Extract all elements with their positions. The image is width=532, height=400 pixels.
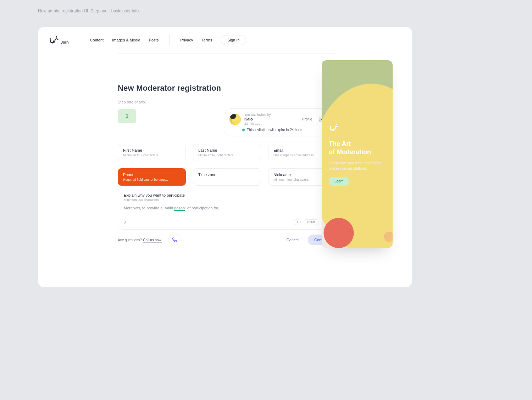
svg-point-0 bbox=[56, 36, 57, 38]
nav-posts[interactable]: Posts bbox=[149, 38, 159, 42]
timezone-field[interactable]: Time zone bbox=[193, 168, 261, 186]
fields-grid: First Name Minimum four characters Last … bbox=[118, 144, 336, 186]
nav-divider bbox=[169, 35, 170, 45]
invite-timestamp: 23 min ago bbox=[244, 122, 271, 126]
explain-textarea[interactable]: Explain why you want to participate Mini… bbox=[118, 188, 336, 230]
explain-footer: 0 I HTML B bbox=[124, 219, 330, 225]
promo-card: The Art of Moderation Learn more about t… bbox=[322, 60, 393, 248]
first-name-label: First Name bbox=[123, 148, 181, 152]
phone-icon-button[interactable] bbox=[168, 234, 181, 246]
timezone-label: Time zone bbox=[198, 173, 256, 177]
header-rule bbox=[118, 53, 336, 53]
promo-learn-button[interactable]: Learn bbox=[329, 177, 349, 186]
invite-by: You was invited by bbox=[244, 113, 271, 117]
explain-text-after: " of participation for... bbox=[185, 206, 221, 210]
nav-content[interactable]: Content bbox=[90, 38, 104, 42]
first-name-field[interactable]: First Name Minimum four characters bbox=[118, 144, 186, 161]
promo-desc: Learn more about the moderation process … bbox=[329, 161, 387, 171]
promo-title-l2: of Moderation bbox=[329, 148, 371, 156]
svg-point-1 bbox=[336, 124, 337, 125]
brand-label: Join bbox=[61, 40, 69, 44]
promo-title-l1: The Art bbox=[329, 140, 351, 147]
explain-text-before: Moreover, to provide a "valid bbox=[124, 206, 174, 210]
call-us-link[interactable]: Call us now. bbox=[143, 238, 162, 243]
nav-terms[interactable]: Terms bbox=[201, 38, 212, 42]
invite-expire: This invitation will expire in 24 hour. bbox=[242, 128, 329, 132]
main-area: New Moderator registration Step one of t… bbox=[118, 84, 336, 123]
questions-text: Any questions? Call us now. bbox=[118, 238, 162, 242]
nav-images-media[interactable]: Images & Media bbox=[112, 38, 140, 42]
cancel-button[interactable]: Cancel bbox=[282, 235, 304, 245]
format-html-chip[interactable]: HTML bbox=[304, 219, 319, 225]
invite-top: You was invited by Kalo 23 min ago Profi… bbox=[229, 113, 329, 126]
phone-field[interactable]: Phone Required field cannot be empty. bbox=[118, 168, 186, 186]
explain-hint: Minimum 200 characters bbox=[124, 198, 330, 202]
last-name-hint: Minimum four characters bbox=[198, 153, 256, 157]
explain-typo: riason bbox=[174, 206, 185, 211]
status-dot-icon bbox=[242, 129, 245, 131]
inviter-name: Kalo bbox=[244, 117, 271, 122]
brand-icon bbox=[49, 35, 59, 45]
step-badge: 1 bbox=[118, 109, 136, 123]
phone-hint: Required field cannot be empty. bbox=[123, 178, 181, 181]
phone-icon bbox=[172, 237, 177, 242]
invite-expire-text: This invitation will expire in 24 hour. bbox=[247, 128, 303, 132]
promo-content: The Art of Moderation Learn more about t… bbox=[329, 122, 387, 186]
app-header: Join Content Images & Media Posts Privac… bbox=[38, 27, 412, 45]
step-label: Step one of two. bbox=[118, 100, 336, 104]
invite-card: You was invited by Kalo 23 min ago Profi… bbox=[225, 108, 336, 136]
explain-content: Moreover, to provide a "valid riason" of… bbox=[124, 206, 330, 210]
last-name-label: Last Name bbox=[198, 148, 256, 152]
char-count: 0 bbox=[124, 220, 126, 224]
format-italic-chip[interactable]: I bbox=[294, 219, 301, 225]
questions-prefix: Any questions? bbox=[118, 238, 143, 242]
page-caption: New admin, registration UI. Step one - b… bbox=[38, 9, 139, 13]
invite-meta: You was invited by Kalo 23 min ago bbox=[244, 113, 271, 126]
promo-title: The Art of Moderation bbox=[329, 140, 387, 156]
nav-privacy[interactable]: Privacy bbox=[180, 38, 193, 42]
phone-label: Phone bbox=[123, 173, 181, 177]
signin-button[interactable]: Sign In bbox=[221, 35, 246, 45]
inviter-avatar[interactable] bbox=[229, 114, 241, 125]
page-title: New Moderator registration bbox=[118, 84, 336, 93]
explain-label: Explain why you want to participate bbox=[124, 193, 330, 197]
top-nav: Content Images & Media Posts Privacy Ter… bbox=[90, 35, 246, 45]
invite-profile-link[interactable]: Profile bbox=[302, 117, 312, 122]
promo-brand-icon bbox=[329, 122, 339, 133]
actions-row: Any questions? Call us now. Cancel Conti… bbox=[118, 234, 336, 246]
first-name-hint: Minimum four characters bbox=[123, 153, 181, 157]
last-name-field[interactable]: Last Name Minimum four characters bbox=[193, 144, 261, 161]
